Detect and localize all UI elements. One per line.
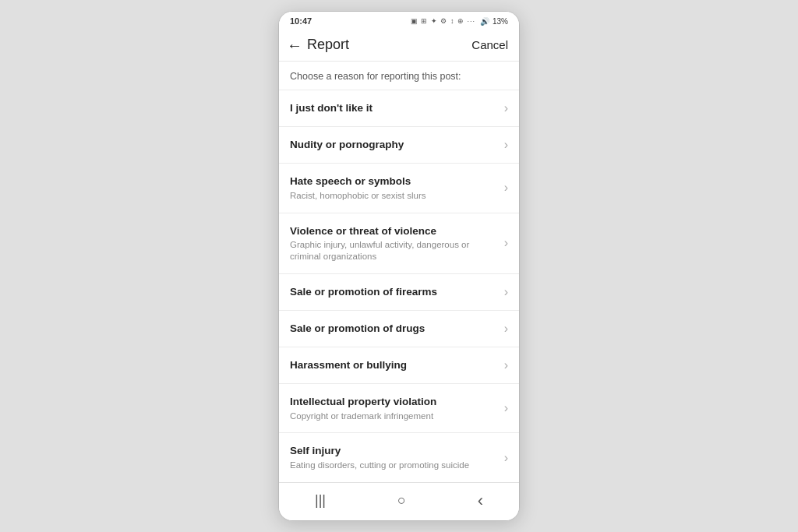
list-item[interactable]: Self injuryEating disorders, cutting or … (279, 432, 519, 481)
report-item-content: Intellectual property violationCopyright… (290, 395, 504, 421)
chevron-right-icon: › (504, 101, 508, 115)
report-item-subtitle: Copyright or trademark infringement (290, 410, 498, 422)
page-title: Report (307, 37, 349, 53)
chevron-right-icon: › (504, 181, 508, 195)
list-item[interactable]: Intellectual property violationCopyright… (279, 383, 519, 432)
list-item[interactable]: Violence or threat of violenceGraphic in… (279, 213, 519, 273)
header-left: ← Report (287, 37, 349, 53)
report-item-content: I just don't like it (290, 101, 504, 115)
report-item-title: Intellectual property violation (290, 395, 498, 409)
report-list: I just don't like it›Nudity or pornograp… (279, 90, 519, 482)
list-item[interactable]: Hate speech or symbolsRacist, homophobic… (279, 163, 519, 212)
report-item-title: Harassment or bullying (290, 358, 498, 372)
chevron-right-icon: › (504, 236, 508, 250)
report-item-subtitle: Graphic injury, unlawful activity, dange… (290, 239, 498, 262)
chevron-right-icon: › (504, 358, 508, 372)
report-item-title: Sale or promotion of drugs (290, 322, 498, 336)
report-item-content: Nudity or pornography (290, 138, 504, 152)
report-item-title: I just don't like it (290, 101, 498, 115)
report-item-content: Sale or promotion of drugs (290, 322, 504, 336)
report-item-content: Sale or promotion of firearms (290, 285, 504, 299)
status-icons: ▣ ⊞ ✦ ⚙ ↕ ⊕ ··· (411, 17, 475, 25)
report-item-title: Self injury (290, 444, 498, 458)
status-time: 10:47 (290, 16, 312, 26)
list-item[interactable]: Sale or promotion of drugs› (279, 310, 519, 347)
report-item-content: Harassment or bullying (290, 358, 504, 372)
list-item[interactable]: Sale or promotion of firearms› (279, 273, 519, 310)
report-item-title: Hate speech or symbols (290, 174, 498, 188)
report-item-title: Nudity or pornography (290, 138, 498, 152)
app-header: ← Report Cancel (279, 29, 519, 62)
chevron-right-icon: › (504, 138, 508, 152)
back-arrow-icon[interactable]: ← (287, 37, 302, 53)
status-bar: 10:47 ▣ ⊞ ✦ ⚙ ↕ ⊕ ··· 🔊 13% (279, 12, 519, 29)
list-item[interactable]: Nudity or pornography› (279, 126, 519, 163)
nav-bar: ||| ○ ‹ (279, 482, 519, 520)
chevron-right-icon: › (504, 285, 508, 299)
cancel-button[interactable]: Cancel (471, 38, 508, 51)
back-icon[interactable]: ‹ (478, 491, 483, 511)
home-icon[interactable]: ○ (397, 492, 406, 509)
status-right: ▣ ⊞ ✦ ⚙ ↕ ⊕ ··· 🔊 13% (411, 17, 508, 26)
report-item-content: Violence or threat of violenceGraphic in… (290, 224, 504, 262)
chevron-right-icon: › (504, 401, 508, 415)
menu-icon[interactable]: ||| (315, 492, 326, 509)
phone-frame: 10:47 ▣ ⊞ ✦ ⚙ ↕ ⊕ ··· 🔊 13% ← Report Can… (278, 11, 520, 521)
chevron-right-icon: › (504, 322, 508, 336)
report-item-subtitle: Racist, homophobic or sexist slurs (290, 190, 498, 202)
battery-percent: 13% (493, 17, 508, 26)
page-subtitle: Choose a reason for reporting this post: (279, 62, 519, 90)
status-signal: 🔊 (480, 17, 489, 26)
report-item-subtitle: Eating disorders, cutting or promoting s… (290, 460, 498, 471)
report-item-title: Violence or threat of violence (290, 224, 498, 238)
list-item[interactable]: I just don't like it› (279, 90, 519, 126)
list-item[interactable]: Harassment or bullying› (279, 347, 519, 383)
chevron-right-icon: › (504, 451, 508, 465)
report-item-content: Hate speech or symbolsRacist, homophobic… (290, 174, 504, 201)
report-item-content: Self injuryEating disorders, cutting or … (290, 444, 504, 470)
report-item-title: Sale or promotion of firearms (290, 285, 498, 299)
